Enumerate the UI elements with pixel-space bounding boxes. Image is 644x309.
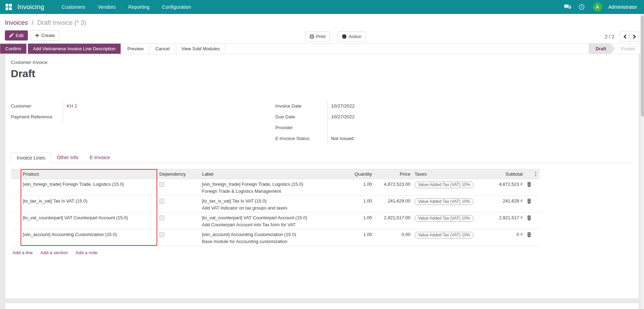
tax-badge[interactable]: Value Added Tax (VAT) 10% — [415, 232, 473, 238]
scrollbar-thumb[interactable] — [641, 15, 644, 117]
preview-button[interactable]: Preview — [122, 44, 149, 54]
product-cell[interactable]: [to_vat_counterpart] VAT Counterpart Acc… — [21, 213, 157, 229]
tab-einvoice[interactable]: E-Invoice — [84, 152, 115, 163]
quantity-cell[interactable]: 1.00 — [339, 229, 374, 246]
user-avatar[interactable]: A — [593, 2, 602, 12]
tab-invoice-lines[interactable]: Invoice Lines — [11, 152, 51, 163]
payment-reference-value[interactable] — [63, 112, 275, 123]
print-action-group: Print Action — [305, 31, 366, 42]
state-posted[interactable]: Posted — [615, 44, 641, 54]
taxes-cell[interactable]: Value Added Tax (VAT) 10% — [412, 179, 486, 196]
trash-icon[interactable] — [527, 182, 531, 187]
delete-cell — [525, 229, 540, 246]
quantity-cell[interactable]: 1.00 — [339, 196, 374, 213]
invoice-lines-table: Product Dependency Label Quantity Price … — [11, 169, 540, 255]
add-a-note-link[interactable]: Add a note — [76, 250, 98, 255]
quantity-column-header[interactable]: Quantity — [339, 169, 374, 179]
due-date-value[interactable]: 10/27/2022 — [328, 112, 540, 123]
price-cell[interactable]: 241,629.00 — [374, 196, 412, 213]
vertical-scrollbar[interactable] — [640, 14, 644, 309]
add-a-line-link[interactable]: Add a line — [13, 250, 33, 255]
cancel-button[interactable]: Cancel — [150, 44, 175, 54]
taxes-cell[interactable]: Value Added Tax (VAT) 10% — [412, 229, 486, 246]
menu-configuration[interactable]: Configuration — [157, 0, 196, 14]
dependency-cell — [157, 213, 200, 229]
document-type-label: Customer Invoice — [11, 60, 540, 65]
add-vietnamese-description-button[interactable]: Add Vietnamese Invoice Line Description — [28, 44, 121, 54]
trash-icon[interactable] — [527, 232, 531, 237]
optional-columns-icon[interactable]: ⋮ — [533, 171, 538, 177]
control-panel: Invoices / Draft Invoice (* 3) Edit Crea… — [0, 14, 644, 43]
breadcrumb-invoices-link[interactable]: Invoices — [5, 19, 28, 26]
subtotal-column-header[interactable]: Subtotal — [486, 169, 525, 179]
label-cell[interactable]: [viin_foreign_trade] Foreign Trade, Logi… — [200, 179, 339, 196]
trash-icon[interactable] — [527, 199, 531, 204]
product-cell[interactable]: [viin_foreign_trade] Foreign Trade, Logi… — [21, 179, 157, 196]
trash-icon[interactable] — [527, 215, 531, 220]
menu-customers[interactable]: Customers — [57, 0, 90, 14]
gear-icon — [342, 34, 347, 39]
label-line2: Add VAT indicator on tax groups and taxe… — [202, 205, 337, 211]
activities-clock-icon[interactable] — [576, 2, 587, 12]
label-line2: Add Counterpart Account into Tax form fo… — [202, 222, 337, 227]
row-handle[interactable] — [11, 213, 21, 229]
table-row[interactable]: [viin_account] Accounting Customization … — [11, 229, 540, 246]
subtotal-cell: 0 ₫ — [486, 229, 525, 246]
trash-column-header: ⋮ — [525, 169, 540, 179]
due-date-label: Due Date — [275, 112, 328, 123]
label-column-header[interactable]: Label — [200, 169, 339, 179]
pager-next-button[interactable] — [629, 31, 639, 42]
label-cell[interactable]: [to_tax_is_vat] Tax Is VAT (15.0)Add VAT… — [200, 196, 339, 213]
dependency-column-header[interactable]: Dependency — [157, 169, 200, 179]
table-row[interactable]: [to_tax_is_vat] Tax Is VAT (15.0) [to_ta… — [11, 196, 540, 213]
user-name[interactable]: Administrator — [608, 4, 637, 10]
tax-badge[interactable]: Value Added Tax (VAT) 10% — [415, 198, 473, 205]
state-draft[interactable]: Draft — [589, 44, 615, 54]
row-handle[interactable] — [11, 179, 21, 196]
dependency-checkbox[interactable] — [159, 199, 164, 204]
taxes-column-header[interactable]: Taxes — [412, 169, 486, 179]
app-name[interactable]: Invoicing — [17, 3, 44, 11]
taxes-cell[interactable]: Value Added Tax (VAT) 10% — [412, 196, 486, 213]
price-cell[interactable]: 2,921,517.00 — [374, 213, 412, 229]
tax-badge[interactable]: Value Added Tax (VAT) 10% — [415, 215, 473, 222]
taxes-cell[interactable]: Value Added Tax (VAT) 10% — [412, 213, 486, 229]
invoice-date-value[interactable]: 10/27/2022 — [328, 101, 540, 112]
pager-previous-button[interactable] — [620, 31, 630, 42]
quantity-cell[interactable]: 1.00 — [339, 179, 374, 196]
row-handle[interactable] — [11, 196, 21, 213]
customer-value[interactable]: KH 2 — [63, 101, 275, 112]
product-cell[interactable]: [viin_account] Accounting Customization … — [21, 229, 157, 246]
dependency-checkbox[interactable] — [159, 232, 164, 237]
print-button[interactable]: Print — [305, 31, 330, 42]
dependency-checkbox[interactable] — [159, 215, 164, 220]
quantity-cell[interactable]: 1.00 — [339, 213, 374, 229]
create-button[interactable]: Create — [31, 30, 59, 41]
price-cell[interactable]: 4,872,523.00 — [374, 179, 412, 196]
tax-badge[interactable]: Value Added Tax (VAT) 10% — [415, 182, 473, 188]
label-cell[interactable]: [to_vat_counterpart] VAT Counterpart Acc… — [200, 213, 339, 229]
row-handle[interactable] — [11, 229, 21, 246]
add-a-section-link[interactable]: Add a section — [40, 250, 68, 255]
page-background-gap — [5, 299, 639, 303]
provider-value[interactable] — [328, 123, 540, 134]
table-row[interactable]: [viin_foreign_trade] Foreign Trade, Logi… — [11, 179, 540, 196]
field-groups: Customer KH 2 Payment Reference Invoice … — [11, 101, 540, 145]
tab-other-info[interactable]: Other Info — [51, 152, 84, 163]
dependency-checkbox[interactable] — [159, 182, 164, 187]
label-cell[interactable]: [viin_account] Accounting Customization … — [200, 229, 339, 246]
price-cell[interactable]: 0.00 — [374, 229, 412, 246]
apps-menu-icon[interactable] — [6, 4, 12, 10]
confirm-button[interactable]: Confirm — [0, 44, 26, 54]
edit-button[interactable]: Edit — [5, 30, 28, 41]
menu-vendors[interactable]: Vendors — [93, 0, 120, 14]
action-button[interactable]: Action — [338, 31, 366, 42]
product-column-header[interactable]: Product — [21, 169, 157, 179]
view-sold-modules-button[interactable]: View Sold Modules — [176, 44, 225, 54]
table-row[interactable]: [to_vat_counterpart] VAT Counterpart Acc… — [11, 213, 540, 229]
price-column-header[interactable]: Price — [374, 169, 412, 179]
delete-cell — [525, 213, 540, 229]
menu-reporting[interactable]: Reporting — [123, 0, 154, 14]
messages-icon[interactable] — [562, 2, 573, 12]
product-cell[interactable]: [to_tax_is_vat] Tax Is VAT (15.0) — [21, 196, 157, 213]
